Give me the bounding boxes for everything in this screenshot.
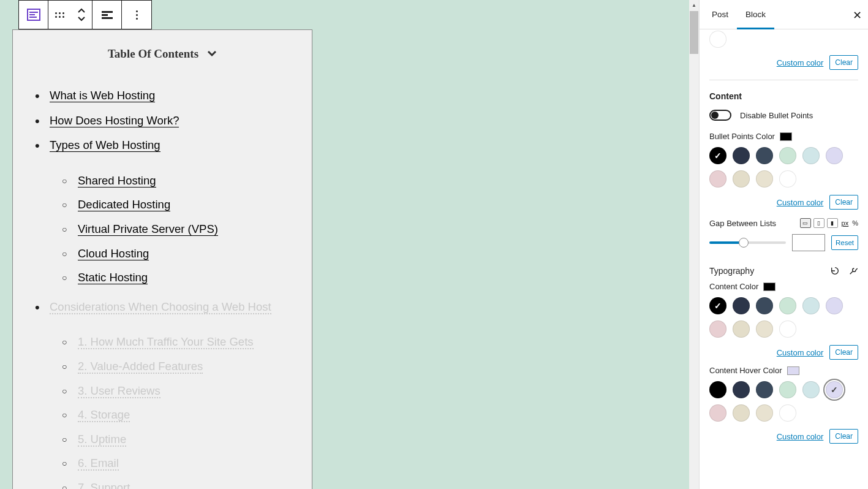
toc-link[interactable]: 4. Storage <box>78 408 130 422</box>
more-icon <box>136 10 138 20</box>
color-swatch[interactable] <box>733 404 750 422</box>
bullet-color-chip <box>780 132 792 141</box>
color-swatch[interactable] <box>709 404 726 422</box>
reset-icon[interactable] <box>830 266 840 276</box>
tablet-icon[interactable]: ▯ <box>813 218 825 228</box>
color-swatch[interactable] <box>779 404 796 422</box>
unit-px[interactable]: px <box>842 219 849 227</box>
align-button[interactable] <box>92 1 122 29</box>
check-icon: ✓ <box>831 385 838 395</box>
color-swatch[interactable]: ✓ <box>826 381 843 398</box>
toc-link[interactable]: 3. User Reviews <box>78 384 160 398</box>
color-swatch[interactable] <box>779 170 796 188</box>
toc-link[interactable]: Considerations When Choosing a Web Host <box>50 300 271 314</box>
color-swatch[interactable] <box>779 320 796 338</box>
clear-button[interactable]: Clear <box>829 345 858 360</box>
disable-bullets-toggle[interactable] <box>709 110 731 121</box>
unit-pct[interactable]: % <box>852 219 858 227</box>
toc-link[interactable]: 6. Email <box>78 457 119 471</box>
toc-subitem: Shared Hosting <box>78 172 301 190</box>
color-swatch[interactable]: ✓ <box>709 147 726 164</box>
color-swatch[interactable] <box>802 147 820 164</box>
custom-color-link[interactable]: Custom color <box>777 58 824 67</box>
toc-item: How Does Hosting Work? <box>50 112 301 130</box>
toc-link[interactable]: Static Hosting <box>78 271 148 284</box>
gap-input[interactable] <box>792 234 825 251</box>
color-swatch[interactable] <box>733 147 750 164</box>
collapse-toggle[interactable] <box>207 50 217 59</box>
toc-link[interactable]: 2. Value-Added Features <box>78 360 203 374</box>
toc-link[interactable]: Shared Hosting <box>78 174 156 188</box>
color-swatch[interactable] <box>709 381 726 398</box>
bullet-color-swatches: ✓ <box>709 147 858 188</box>
mobile-icon[interactable]: ▮ <box>827 218 838 228</box>
toc-link[interactable]: 1. How Much Traffic Your Site Gets <box>78 335 254 349</box>
check-icon: ✓ <box>714 301 722 311</box>
color-swatch[interactable] <box>756 147 773 164</box>
clear-button[interactable]: Clear <box>829 195 858 210</box>
drag-handle[interactable] <box>48 1 70 29</box>
toc-subitem: Dedicated Hosting <box>78 195 301 214</box>
color-swatch[interactable] <box>779 147 796 164</box>
slider-handle[interactable] <box>739 238 749 248</box>
color-swatch[interactable] <box>733 320 750 338</box>
color-swatch[interactable] <box>802 381 820 398</box>
gap-label: Gap Between Lists <box>709 219 776 228</box>
toc-link[interactable]: Dedicated Hosting <box>78 198 170 211</box>
hover-color-swatches: ✓ <box>709 381 858 422</box>
responsive-device-toggle[interactable]: ▭ ▯ ▮ <box>800 218 838 228</box>
color-swatch[interactable] <box>756 297 773 314</box>
reset-button[interactable]: Reset <box>831 235 858 250</box>
gap-slider[interactable] <box>709 241 786 244</box>
editor-canvas[interactable]: Table Of Contents What is Web HostingHow… <box>0 0 699 489</box>
tab-post[interactable]: Post <box>703 0 737 29</box>
close-sidebar-button[interactable]: ✕ <box>851 9 863 22</box>
color-swatch[interactable] <box>779 297 796 314</box>
toc-subitem: Cloud Hosting <box>78 245 301 263</box>
desktop-icon[interactable]: ▭ <box>800 218 811 228</box>
custom-color-link[interactable]: Custom color <box>777 348 824 357</box>
custom-color-link[interactable]: Custom color <box>777 432 824 441</box>
clear-button[interactable]: Clear <box>829 55 858 70</box>
wrench-icon[interactable] <box>848 266 858 276</box>
custom-color-link[interactable]: Custom color <box>777 198 824 207</box>
color-swatch[interactable] <box>709 170 726 188</box>
color-swatch[interactable] <box>826 297 843 314</box>
color-swatch[interactable] <box>756 320 773 338</box>
clear-button[interactable]: Clear <box>829 429 858 444</box>
block-type-button[interactable] <box>19 1 48 29</box>
more-options-button[interactable] <box>122 1 151 29</box>
toc-block-icon <box>26 7 41 22</box>
scroll-up-button[interactable]: ▲ <box>689 0 699 10</box>
scroll-thumb[interactable] <box>690 11 698 54</box>
toc-link[interactable]: How Does Hosting Work? <box>50 114 179 127</box>
color-swatch[interactable] <box>779 381 796 398</box>
move-updown[interactable] <box>70 1 92 29</box>
color-swatch[interactable] <box>733 170 750 188</box>
toc-link[interactable]: Virtual Private Server (VPS) <box>78 222 218 236</box>
toc-link[interactable]: 7. Support <box>78 481 130 489</box>
color-swatch[interactable] <box>709 31 726 48</box>
color-swatch[interactable] <box>802 297 820 314</box>
canvas-scrollbar[interactable]: ▲ <box>689 0 699 489</box>
toc-link[interactable]: 5. Uptime <box>78 433 126 447</box>
toc-block[interactable]: Table Of Contents What is Web HostingHow… <box>12 29 312 489</box>
color-swatch[interactable] <box>733 381 750 398</box>
toc-link[interactable]: Cloud Hosting <box>78 247 149 260</box>
color-swatch[interactable] <box>756 381 773 398</box>
drag-icon <box>55 12 64 18</box>
divider <box>709 80 858 80</box>
tab-block[interactable]: Block <box>737 0 774 29</box>
bullet-color-label: Bullet Points Color <box>709 132 775 141</box>
toc-link[interactable]: Types of Web Hosting <box>50 138 160 152</box>
color-swatch[interactable] <box>733 297 750 314</box>
color-swatch[interactable] <box>756 170 773 188</box>
toc-link[interactable]: What is Web Hosting <box>50 89 155 102</box>
toc-sublist: Shared HostingDedicated HostingVirtual P… <box>50 172 301 287</box>
updown-icon <box>78 8 85 21</box>
chevron-down-icon <box>207 50 217 57</box>
color-swatch[interactable] <box>709 320 726 338</box>
color-swatch[interactable]: ✓ <box>709 297 726 314</box>
color-swatch[interactable] <box>826 147 843 164</box>
color-swatch[interactable] <box>756 404 773 422</box>
